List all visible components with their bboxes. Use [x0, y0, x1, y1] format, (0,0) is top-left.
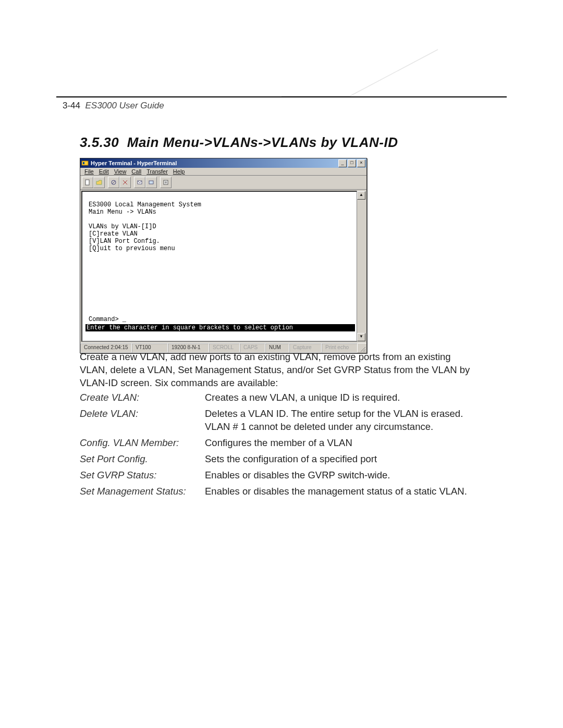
terminal-footer: Enter the character in square brackets t… — [85, 324, 355, 331]
section-heading: 3.5.30 Main Menu->VLANs->VLANs by VLAN-I… — [80, 134, 398, 151]
terminal-line: [C]reate VLAN — [85, 230, 138, 238]
terminal-line: ES3000 Local Management System — [85, 201, 201, 208]
vertical-scrollbar[interactable]: ▲ ▼ — [357, 191, 365, 342]
body-paragraph: Create a new VLAN, add new ports to an e… — [80, 350, 481, 389]
svg-rect-12 — [164, 180, 168, 184]
svg-marker-5 — [96, 180, 102, 184]
menu-edit[interactable]: Edit — [97, 168, 111, 175]
properties-icon[interactable] — [160, 177, 172, 188]
page-header: 3-44 ES3000 User Guide — [63, 101, 164, 111]
command-row: Set Port Config. Sets the configuration … — [80, 452, 481, 465]
terminal-line: [Q]uit to previous menu — [85, 245, 175, 252]
terminal-line: Main Menu -> VLANs — [85, 208, 156, 216]
scroll-up-icon[interactable]: ▲ — [357, 191, 365, 200]
command-label: Create VLAN: — [80, 391, 205, 404]
window-buttons: _ □ × — [338, 159, 365, 167]
minimize-button[interactable]: _ — [338, 159, 347, 167]
menu-file[interactable]: File — [82, 168, 96, 175]
new-doc-icon[interactable] — [82, 177, 93, 188]
command-label: Set Management Status: — [80, 485, 205, 498]
command-label: Config. VLAN Member: — [80, 436, 205, 449]
guide-title: ES3000 User Guide — [85, 101, 164, 110]
section-number: 3.5.30 — [80, 134, 119, 150]
command-row: Config. VLAN Member: Configures the memb… — [80, 436, 481, 449]
svg-line-1 — [349, 50, 438, 96]
command-desc: Deletes a VLAN ID. The entire setup for … — [205, 407, 481, 433]
terminal-frame: ES3000 Local Management System Main Menu… — [80, 190, 366, 343]
terminal-line: VLANs by VLAN-[I]D — [85, 223, 156, 230]
close-button[interactable]: × — [357, 159, 365, 167]
connect-icon[interactable] — [108, 177, 119, 188]
svg-line-7 — [112, 181, 115, 184]
menu-call[interactable]: Call — [129, 168, 143, 175]
command-row: Create VLAN: Creates a new VLAN, a uniqu… — [80, 391, 481, 404]
command-desc: Enables or disables the management statu… — [205, 485, 481, 498]
maximize-button[interactable]: □ — [348, 159, 356, 167]
command-label: Set GVRP Status: — [80, 468, 205, 482]
app-icon — [81, 159, 89, 167]
terminal-line: [V]LAN Port Config. — [85, 238, 160, 245]
svg-rect-2 — [82, 161, 88, 165]
disconnect-icon[interactable] — [119, 177, 131, 188]
hyperterminal-window: Hyper Terminal - HyperTerminal _ □ × Fil… — [80, 158, 367, 353]
header-rule — [56, 96, 507, 97]
command-row: Set GVRP Status: Enables or disables the… — [80, 468, 481, 482]
menu-bar: File Edit View Call Transfer Help — [80, 168, 366, 176]
svg-rect-3 — [83, 162, 84, 164]
section-title: Main Menu->VLANs->VLANs by VLAN-ID — [127, 134, 398, 150]
command-desc: Creates a new VLAN, a unique ID is requi… — [205, 391, 481, 404]
open-icon[interactable] — [93, 177, 105, 188]
svg-rect-11 — [149, 181, 153, 184]
menu-help[interactable]: Help — [171, 168, 187, 175]
command-label: Set Port Config. — [80, 452, 205, 465]
command-row: Set Management Status: Enables or disabl… — [80, 485, 481, 498]
menu-view[interactable]: View — [112, 168, 129, 175]
command-desc: Configures the member of a VLAN — [205, 436, 481, 449]
tool-bar — [80, 176, 366, 190]
menu-transfer[interactable]: Transfer — [144, 168, 170, 175]
title-bar[interactable]: Hyper Terminal - HyperTerminal _ □ × — [80, 158, 366, 168]
command-row: Delete VLAN: Deletes a VLAN ID. The enti… — [80, 407, 481, 433]
svg-rect-4 — [85, 180, 89, 185]
terminal-line — [85, 216, 89, 223]
send-icon[interactable] — [134, 177, 145, 188]
command-table: Create VLAN: Creates a new VLAN, a uniqu… — [80, 391, 481, 501]
terminal-area[interactable]: ES3000 Local Management System Main Menu… — [81, 191, 365, 342]
command-desc: Enables or disables the GVRP switch-wide… — [205, 468, 481, 482]
receive-icon[interactable] — [145, 177, 157, 188]
window-title: Hyper Terminal - HyperTerminal — [91, 160, 177, 166]
document-page: 3-44 ES3000 User Guide 3.5.30 Main Menu-… — [0, 0, 563, 728]
command-desc: Sets the configuration of a specified po… — [205, 452, 481, 465]
scroll-down-icon[interactable]: ▼ — [357, 333, 365, 341]
command-prompt[interactable]: Command> _ — [85, 316, 126, 323]
page-number: 3-44 — [63, 101, 80, 110]
command-label: Delete VLAN: — [80, 407, 205, 420]
